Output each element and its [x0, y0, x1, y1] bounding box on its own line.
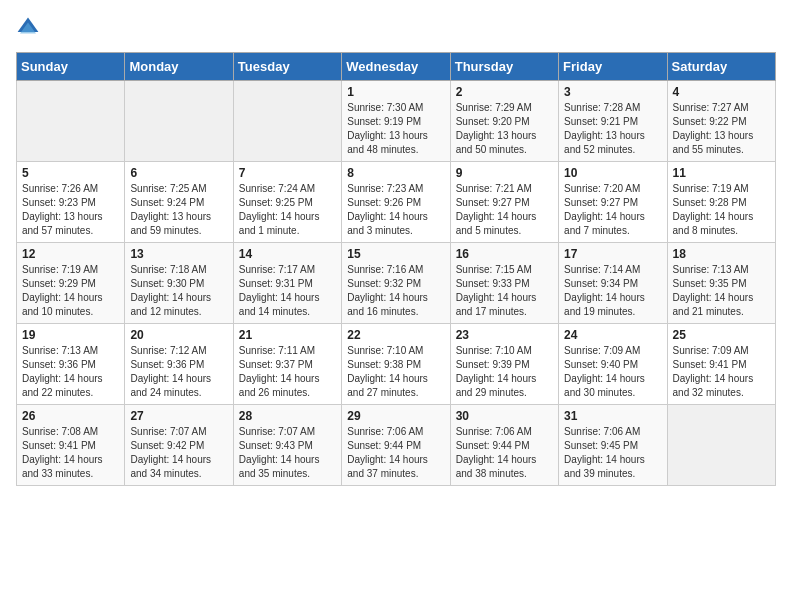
calendar-cell: 21Sunrise: 7:11 AM Sunset: 9:37 PM Dayli…: [233, 324, 341, 405]
calendar-cell: 16Sunrise: 7:15 AM Sunset: 9:33 PM Dayli…: [450, 243, 558, 324]
day-header-monday: Monday: [125, 53, 233, 81]
calendar-cell: 8Sunrise: 7:23 AM Sunset: 9:26 PM Daylig…: [342, 162, 450, 243]
day-number: 1: [347, 85, 444, 99]
week-row-5: 26Sunrise: 7:08 AM Sunset: 9:41 PM Dayli…: [17, 405, 776, 486]
calendar-cell: 19Sunrise: 7:13 AM Sunset: 9:36 PM Dayli…: [17, 324, 125, 405]
day-info: Sunrise: 7:16 AM Sunset: 9:32 PM Dayligh…: [347, 263, 444, 319]
day-number: 8: [347, 166, 444, 180]
day-info: Sunrise: 7:09 AM Sunset: 9:41 PM Dayligh…: [673, 344, 770, 400]
day-info: Sunrise: 7:23 AM Sunset: 9:26 PM Dayligh…: [347, 182, 444, 238]
day-number: 29: [347, 409, 444, 423]
day-info: Sunrise: 7:30 AM Sunset: 9:19 PM Dayligh…: [347, 101, 444, 157]
day-number: 27: [130, 409, 227, 423]
logo-icon: [16, 16, 40, 40]
day-info: Sunrise: 7:18 AM Sunset: 9:30 PM Dayligh…: [130, 263, 227, 319]
day-number: 6: [130, 166, 227, 180]
day-info: Sunrise: 7:07 AM Sunset: 9:42 PM Dayligh…: [130, 425, 227, 481]
calendar-table: SundayMondayTuesdayWednesdayThursdayFrid…: [16, 52, 776, 486]
week-row-4: 19Sunrise: 7:13 AM Sunset: 9:36 PM Dayli…: [17, 324, 776, 405]
day-info: Sunrise: 7:15 AM Sunset: 9:33 PM Dayligh…: [456, 263, 553, 319]
day-info: Sunrise: 7:09 AM Sunset: 9:40 PM Dayligh…: [564, 344, 661, 400]
calendar-cell: [17, 81, 125, 162]
day-number: 25: [673, 328, 770, 342]
page-header: [16, 16, 776, 40]
week-row-3: 12Sunrise: 7:19 AM Sunset: 9:29 PM Dayli…: [17, 243, 776, 324]
week-row-1: 1Sunrise: 7:30 AM Sunset: 9:19 PM Daylig…: [17, 81, 776, 162]
day-number: 12: [22, 247, 119, 261]
calendar-cell: 6Sunrise: 7:25 AM Sunset: 9:24 PM Daylig…: [125, 162, 233, 243]
day-number: 26: [22, 409, 119, 423]
day-header-saturday: Saturday: [667, 53, 775, 81]
calendar-cell: 7Sunrise: 7:24 AM Sunset: 9:25 PM Daylig…: [233, 162, 341, 243]
calendar-cell: [125, 81, 233, 162]
day-number: 31: [564, 409, 661, 423]
day-header-row: SundayMondayTuesdayWednesdayThursdayFrid…: [17, 53, 776, 81]
day-info: Sunrise: 7:11 AM Sunset: 9:37 PM Dayligh…: [239, 344, 336, 400]
calendar-cell: 28Sunrise: 7:07 AM Sunset: 9:43 PM Dayli…: [233, 405, 341, 486]
day-info: Sunrise: 7:06 AM Sunset: 9:45 PM Dayligh…: [564, 425, 661, 481]
day-number: 22: [347, 328, 444, 342]
calendar-cell: 22Sunrise: 7:10 AM Sunset: 9:38 PM Dayli…: [342, 324, 450, 405]
day-info: Sunrise: 7:25 AM Sunset: 9:24 PM Dayligh…: [130, 182, 227, 238]
day-number: 19: [22, 328, 119, 342]
calendar-cell: 30Sunrise: 7:06 AM Sunset: 9:44 PM Dayli…: [450, 405, 558, 486]
day-info: Sunrise: 7:20 AM Sunset: 9:27 PM Dayligh…: [564, 182, 661, 238]
calendar-cell: 20Sunrise: 7:12 AM Sunset: 9:36 PM Dayli…: [125, 324, 233, 405]
day-info: Sunrise: 7:27 AM Sunset: 9:22 PM Dayligh…: [673, 101, 770, 157]
day-number: 14: [239, 247, 336, 261]
day-number: 11: [673, 166, 770, 180]
day-info: Sunrise: 7:06 AM Sunset: 9:44 PM Dayligh…: [456, 425, 553, 481]
calendar-cell: 1Sunrise: 7:30 AM Sunset: 9:19 PM Daylig…: [342, 81, 450, 162]
calendar-cell: 12Sunrise: 7:19 AM Sunset: 9:29 PM Dayli…: [17, 243, 125, 324]
day-number: 2: [456, 85, 553, 99]
logo: [16, 16, 44, 40]
calendar-cell: 23Sunrise: 7:10 AM Sunset: 9:39 PM Dayli…: [450, 324, 558, 405]
day-info: Sunrise: 7:12 AM Sunset: 9:36 PM Dayligh…: [130, 344, 227, 400]
day-info: Sunrise: 7:19 AM Sunset: 9:28 PM Dayligh…: [673, 182, 770, 238]
day-header-tuesday: Tuesday: [233, 53, 341, 81]
day-number: 18: [673, 247, 770, 261]
day-header-sunday: Sunday: [17, 53, 125, 81]
day-number: 7: [239, 166, 336, 180]
day-number: 9: [456, 166, 553, 180]
calendar-cell: 2Sunrise: 7:29 AM Sunset: 9:20 PM Daylig…: [450, 81, 558, 162]
day-info: Sunrise: 7:10 AM Sunset: 9:39 PM Dayligh…: [456, 344, 553, 400]
day-info: Sunrise: 7:13 AM Sunset: 9:35 PM Dayligh…: [673, 263, 770, 319]
calendar-cell: 26Sunrise: 7:08 AM Sunset: 9:41 PM Dayli…: [17, 405, 125, 486]
calendar-cell: 11Sunrise: 7:19 AM Sunset: 9:28 PM Dayli…: [667, 162, 775, 243]
day-info: Sunrise: 7:26 AM Sunset: 9:23 PM Dayligh…: [22, 182, 119, 238]
day-info: Sunrise: 7:28 AM Sunset: 9:21 PM Dayligh…: [564, 101, 661, 157]
day-info: Sunrise: 7:19 AM Sunset: 9:29 PM Dayligh…: [22, 263, 119, 319]
calendar-cell: 5Sunrise: 7:26 AM Sunset: 9:23 PM Daylig…: [17, 162, 125, 243]
day-number: 21: [239, 328, 336, 342]
day-number: 4: [673, 85, 770, 99]
day-number: 16: [456, 247, 553, 261]
week-row-2: 5Sunrise: 7:26 AM Sunset: 9:23 PM Daylig…: [17, 162, 776, 243]
day-number: 13: [130, 247, 227, 261]
calendar-cell: 15Sunrise: 7:16 AM Sunset: 9:32 PM Dayli…: [342, 243, 450, 324]
day-info: Sunrise: 7:08 AM Sunset: 9:41 PM Dayligh…: [22, 425, 119, 481]
calendar-cell: 10Sunrise: 7:20 AM Sunset: 9:27 PM Dayli…: [559, 162, 667, 243]
day-info: Sunrise: 7:21 AM Sunset: 9:27 PM Dayligh…: [456, 182, 553, 238]
calendar-cell: 25Sunrise: 7:09 AM Sunset: 9:41 PM Dayli…: [667, 324, 775, 405]
day-number: 10: [564, 166, 661, 180]
day-info: Sunrise: 7:29 AM Sunset: 9:20 PM Dayligh…: [456, 101, 553, 157]
day-header-thursday: Thursday: [450, 53, 558, 81]
day-info: Sunrise: 7:06 AM Sunset: 9:44 PM Dayligh…: [347, 425, 444, 481]
calendar-cell: 31Sunrise: 7:06 AM Sunset: 9:45 PM Dayli…: [559, 405, 667, 486]
calendar-cell: 18Sunrise: 7:13 AM Sunset: 9:35 PM Dayli…: [667, 243, 775, 324]
day-number: 30: [456, 409, 553, 423]
day-number: 5: [22, 166, 119, 180]
day-number: 15: [347, 247, 444, 261]
calendar-cell: 17Sunrise: 7:14 AM Sunset: 9:34 PM Dayli…: [559, 243, 667, 324]
day-header-friday: Friday: [559, 53, 667, 81]
calendar-cell: 27Sunrise: 7:07 AM Sunset: 9:42 PM Dayli…: [125, 405, 233, 486]
calendar-cell: 14Sunrise: 7:17 AM Sunset: 9:31 PM Dayli…: [233, 243, 341, 324]
day-number: 28: [239, 409, 336, 423]
day-info: Sunrise: 7:17 AM Sunset: 9:31 PM Dayligh…: [239, 263, 336, 319]
day-info: Sunrise: 7:10 AM Sunset: 9:38 PM Dayligh…: [347, 344, 444, 400]
day-number: 23: [456, 328, 553, 342]
calendar-cell: 24Sunrise: 7:09 AM Sunset: 9:40 PM Dayli…: [559, 324, 667, 405]
calendar-cell: 13Sunrise: 7:18 AM Sunset: 9:30 PM Dayli…: [125, 243, 233, 324]
calendar-cell: [233, 81, 341, 162]
